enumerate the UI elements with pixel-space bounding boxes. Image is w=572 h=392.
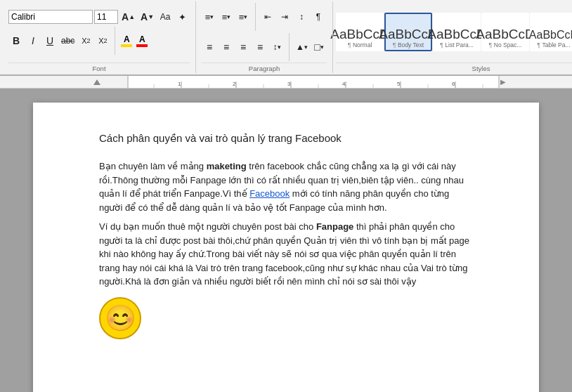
sort-button[interactable]: ↕ <box>294 9 309 25</box>
clear-format-button[interactable]: ✦ <box>174 9 190 25</box>
multilevel-list-button[interactable]: ≡▾ <box>235 9 251 25</box>
document-area: Cách phân quyền và vai trò quản lý trang… <box>0 89 572 392</box>
smiley-emoji: 😊 <box>99 297 141 339</box>
style-body-text[interactable]: AaBbCcD ¶ Body Text <box>384 13 432 51</box>
paragraph-section-label: Paragraph <box>202 63 327 73</box>
font-name-input[interactable]: Calibri <box>8 10 93 24</box>
justify-button[interactable]: ≡ <box>252 39 268 55</box>
style-list-para[interactable]: AaBbCcD ¶ List Para... <box>433 13 481 51</box>
svg-text:6: 6 <box>452 81 455 87</box>
underline-button[interactable]: U <box>42 33 58 48</box>
font-size-input[interactable]: 11 <box>94 10 118 24</box>
show-marks-button[interactable]: ¶ <box>311 9 326 25</box>
decrease-indent-button[interactable]: ⇤ <box>260 9 275 25</box>
italic-button[interactable]: I <box>25 33 41 48</box>
svg-text:1: 1 <box>178 81 181 87</box>
borders-button[interactable]: □▾ <box>311 39 327 55</box>
style-table-preview: AaBbCcD <box>529 30 572 41</box>
styles-group: AaBbCcD ¶ Normal AaBbCcD ¶ Body Text AaB… <box>333 1 572 73</box>
document-body[interactable]: Bạn chuyên làm về mảng maketing trên fac… <box>99 159 473 339</box>
font-color-button[interactable]: A <box>135 34 149 48</box>
emoji-container: 😊 <box>99 297 473 339</box>
paragraph-1: Bạn chuyên làm về mảng maketing trên fac… <box>99 159 473 214</box>
superscript-button[interactable]: X2 <box>95 33 110 48</box>
facebook-link[interactable]: Facebook <box>249 188 290 199</box>
change-case-button[interactable]: Aa <box>157 9 173 25</box>
style-normal[interactable]: AaBbCcD ¶ Normal <box>336 13 384 51</box>
ruler-scale: 1 2 3 4 5 6 7 <box>128 76 499 88</box>
increase-indent-button[interactable]: ⇥ <box>277 9 292 25</box>
svg-text:4: 4 <box>342 81 346 87</box>
line-spacing-button[interactable]: ↕▾ <box>269 39 285 55</box>
shading-button[interactable]: ▲▾ <box>294 39 310 55</box>
svg-text:3: 3 <box>287 81 291 87</box>
highlight-color-button[interactable]: A <box>119 34 134 48</box>
font-section-label: Font <box>8 63 190 73</box>
document-title: Cách phân quyền và vai trò quản lý trang… <box>99 131 473 145</box>
toolbar: Calibri 11 A▲ A▼ Aa ✦ B I U abc X2 X2 <box>0 0 572 76</box>
align-center-button[interactable]: ≡ <box>219 39 234 55</box>
svg-text:5: 5 <box>397 81 401 87</box>
bullets-button[interactable]: ≡▾ <box>202 9 217 25</box>
ruler: 1 2 3 4 5 6 7 ▶ <box>0 76 572 89</box>
svg-text:2: 2 <box>233 81 236 87</box>
style-table-para[interactable]: AaBbCcD ¶ Table Pa... <box>530 13 572 51</box>
document-page[interactable]: Cách phân quyền và vai trò quản lý trang… <box>33 103 539 392</box>
align-right-button[interactable]: ≡ <box>235 39 251 55</box>
strikethrough-button[interactable]: abc <box>59 33 77 48</box>
styles-section-label: Styles <box>336 63 572 73</box>
bold-button[interactable]: B <box>8 33 24 48</box>
font-grow-button[interactable]: A▲ <box>119 9 137 25</box>
font-shrink-button[interactable]: A▼ <box>138 9 156 25</box>
style-nospace-preview: AaBbCcD <box>476 27 534 41</box>
style-no-space[interactable]: AaBbCcD ¶ No Spac... <box>481 13 529 51</box>
numbering-button[interactable]: ≡▾ <box>219 9 234 25</box>
align-left-button[interactable]: ≡ <box>202 39 217 55</box>
paragraph-2: Ví dụ bạn muốn thuê một người chuyên pos… <box>99 220 473 289</box>
font-group: Calibri 11 A▲ A▼ Aa ✦ B I U abc X2 X2 <box>3 1 196 73</box>
subscript-button[interactable]: X2 <box>78 33 93 48</box>
paragraph-group: ≡▾ ≡▾ ≡▾ ⇤ ⇥ ↕ ¶ ≡ ≡ ≡ ≡ ↕▾ ▲▾ <box>196 1 333 73</box>
